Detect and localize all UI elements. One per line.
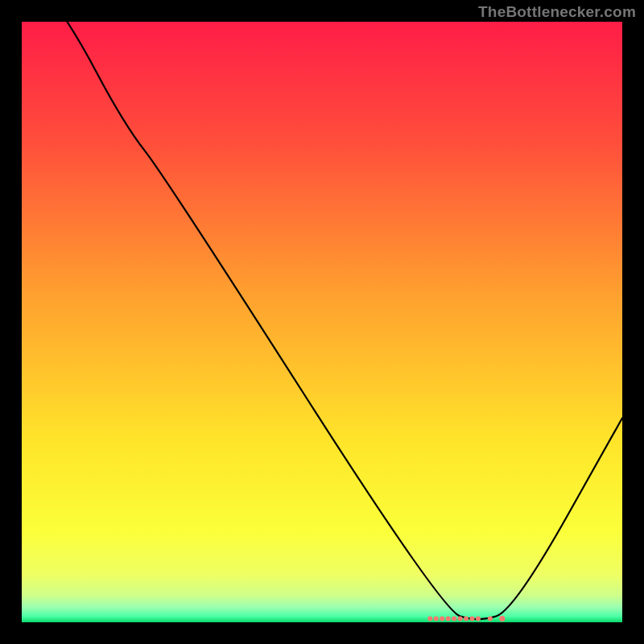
data-marker xyxy=(452,617,456,621)
data-marker xyxy=(458,617,463,621)
data-marker xyxy=(470,617,475,621)
data-marker xyxy=(446,617,451,621)
data-marker xyxy=(499,616,505,621)
data-marker xyxy=(488,617,493,621)
chart-container: TheBottlenecker.com xyxy=(0,0,644,644)
data-marker xyxy=(440,617,444,621)
data-marker xyxy=(427,617,432,621)
watermark-text: TheBottlenecker.com xyxy=(478,3,636,21)
chart-plot xyxy=(22,22,622,622)
data-marker xyxy=(476,617,481,621)
data-marker xyxy=(434,617,439,621)
data-marker xyxy=(464,617,469,621)
gradient-background xyxy=(22,22,622,622)
